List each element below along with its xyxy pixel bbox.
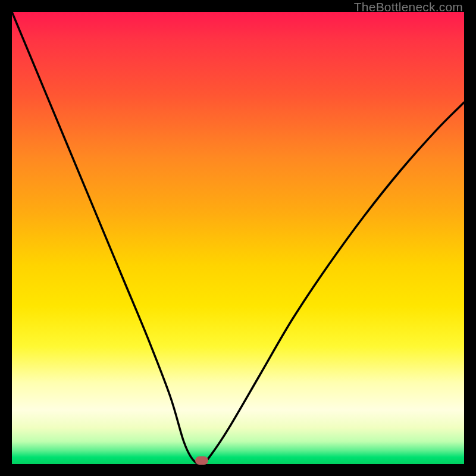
watermark-text: TheBottleneck.com bbox=[354, 0, 463, 14]
chart-frame: TheBottleneck.com bbox=[0, 0, 476, 476]
curve-path bbox=[12, 12, 464, 464]
bottleneck-curve bbox=[12, 12, 464, 464]
optimal-marker bbox=[195, 456, 208, 465]
plot-area bbox=[12, 12, 464, 464]
